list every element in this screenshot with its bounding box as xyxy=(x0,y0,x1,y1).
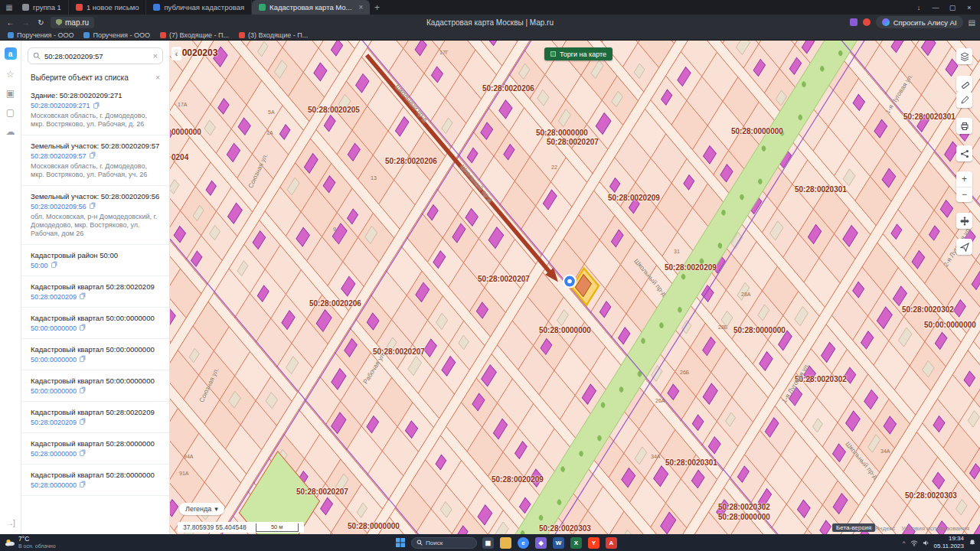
close-button[interactable]: × xyxy=(962,1,977,14)
search-result-item[interactable]: Кадастровый квартал 50:28:002020950:28:0… xyxy=(21,402,169,433)
extension-icon-2[interactable] xyxy=(863,18,871,26)
map-area[interactable]: 8:002020350:28:002020550:28:002020650:28… xyxy=(170,41,980,534)
result-code-link[interactable]: 50:00:0000000 xyxy=(31,324,160,332)
bookmark-item[interactable]: Поручения - ООО xyxy=(8,31,74,39)
bookmark-item[interactable]: (3) Входящие - П... xyxy=(239,31,308,39)
search-result-item[interactable]: Кадастровый квартал 50:00:000000050:00:0… xyxy=(21,370,169,402)
weather-widget[interactable]: 7°C В осн. облачно xyxy=(5,536,56,549)
downloads-icon[interactable]: ↓ xyxy=(911,1,926,14)
collapse-panel-button[interactable]: ‹ xyxy=(172,47,181,60)
copy-icon[interactable] xyxy=(80,419,84,425)
tray-chevron-icon[interactable]: ^ xyxy=(903,540,906,546)
search-result-item[interactable]: Земельный участок: 50:28:0020209:5650:28… xyxy=(21,186,169,245)
copy-icon[interactable] xyxy=(90,204,94,209)
bookmark-label: (7) Входящие - П... xyxy=(169,31,229,39)
taskbar-app-file-explorer[interactable] xyxy=(500,537,511,549)
taskbar-app-edge-browser[interactable]: e xyxy=(518,537,529,549)
copy-icon[interactable] xyxy=(93,103,98,109)
side-panels-icon[interactable]: ▤ xyxy=(969,18,975,27)
result-code-link[interactable]: 50:28:0020209 xyxy=(31,419,160,426)
search-result-item[interactable]: Земельный участок: 50:28:0020209:5750:28… xyxy=(21,135,169,186)
result-code-link[interactable]: 50:28:0000000 xyxy=(31,481,160,489)
start-button[interactable] xyxy=(395,537,406,548)
terms-link[interactable]: Условия использования xyxy=(901,525,969,532)
share-button[interactable] xyxy=(956,145,972,161)
pan-button[interactable] xyxy=(956,213,972,229)
maximize-button[interactable]: ▢ xyxy=(945,1,960,14)
search-result-item[interactable]: Кадастровый квартал 50:28:000000050:28:0… xyxy=(21,465,169,496)
minimize-button[interactable]: — xyxy=(928,1,943,14)
copy-icon[interactable] xyxy=(80,451,84,456)
close-results-icon[interactable]: × xyxy=(155,73,160,82)
search-result-item[interactable]: Кадастровый квартал 50:28:002020950:28:0… xyxy=(21,276,169,308)
torgi-button[interactable]: Торги на карте xyxy=(544,47,612,60)
taskbar-app-excel[interactable]: X xyxy=(570,537,582,549)
result-code-link[interactable]: 50:28:0000000 xyxy=(31,450,160,458)
copy-icon[interactable] xyxy=(90,153,94,158)
taskbar-app-word[interactable]: W xyxy=(553,537,564,549)
url-chip[interactable]: map.ru xyxy=(51,17,94,28)
browser-tab[interactable]: группа 1 xyxy=(15,0,69,15)
browser-tab[interactable]: Кадастровая карта Мо...× xyxy=(252,0,370,15)
tab-close-icon[interactable]: × xyxy=(359,3,364,11)
browser-tab[interactable]: 1 новое письмо xyxy=(69,0,147,15)
wifi-icon[interactable] xyxy=(910,540,918,546)
zoom-out-button[interactable]: − xyxy=(956,187,972,203)
volume-icon[interactable] xyxy=(923,540,929,546)
back-button[interactable]: ← xyxy=(5,18,16,27)
notifications-bell-icon[interactable] xyxy=(969,539,976,546)
copy-icon[interactable] xyxy=(80,357,84,362)
result-code-link[interactable]: 50:28:0020209:56 xyxy=(31,203,160,210)
bookmark-favicon-icon xyxy=(8,32,14,38)
search-result-item[interactable]: Кадастровый квартал 50:28:000000050:28:0… xyxy=(21,433,169,465)
print-button[interactable] xyxy=(956,118,972,134)
copy-icon[interactable] xyxy=(51,262,56,268)
search-result-item[interactable]: Кадастровый квартал 50:00:000000050:00:0… xyxy=(21,308,169,339)
search-input[interactable] xyxy=(44,52,149,60)
result-code-link[interactable]: 50:28:0020209:271 xyxy=(31,102,160,109)
copy-icon[interactable] xyxy=(80,325,84,331)
result-code-link[interactable]: 50:28:0020209:57 xyxy=(31,152,160,160)
result-code-link[interactable]: 50:00 xyxy=(31,262,160,269)
copy-icon[interactable] xyxy=(80,388,84,393)
taskbar-app-photos[interactable]: ◈ xyxy=(535,537,547,549)
search-result-item[interactable]: Здание: 50:28:0020209:27150:28:0020209:2… xyxy=(21,85,169,135)
taskbar-app-yandex-browser[interactable]: Y xyxy=(588,537,599,549)
collections-icon[interactable]: ▣ xyxy=(6,89,15,98)
taskbar-search[interactable]: Поиск xyxy=(411,537,477,549)
sidebar-logo-icon[interactable]: a xyxy=(5,47,17,60)
locate-button[interactable] xyxy=(956,239,972,255)
search-box[interactable]: × xyxy=(28,47,163,64)
layers-button[interactable] xyxy=(956,48,972,64)
browser-tab[interactable]: публичная кадастровая xyxy=(146,0,252,15)
tab-favicon-icon xyxy=(76,4,83,11)
taskbar-app-task-view[interactable]: ▦ xyxy=(482,537,494,549)
cloud-icon[interactable]: ☁ xyxy=(6,127,15,136)
measure-button[interactable] xyxy=(956,76,972,92)
legend-button[interactable]: Легенда ▾ xyxy=(179,503,224,515)
copy-icon[interactable] xyxy=(80,482,84,487)
copy-icon[interactable] xyxy=(80,294,84,299)
search-result-item[interactable]: Кадастровый район 50:0050:00 xyxy=(21,245,169,276)
clear-search-icon[interactable]: × xyxy=(153,51,158,60)
ask-alice-button[interactable]: Спросить Алису AI xyxy=(876,16,963,28)
new-tab-button[interactable]: + xyxy=(370,2,384,13)
result-code-link[interactable]: 50:00:0000000 xyxy=(31,356,160,364)
search-result-item[interactable]: Кадастровый квартал 50:00:000000050:00:0… xyxy=(21,339,169,370)
reload-button[interactable]: ↻ xyxy=(35,18,47,27)
tabs-panel-icon[interactable]: ▢ xyxy=(6,108,15,117)
zoom-in-button[interactable]: + xyxy=(956,171,972,187)
cadastral-map[interactable] xyxy=(170,41,980,534)
draw-button[interactable] xyxy=(956,92,972,108)
bookmark-item[interactable]: (7) Входящие - П... xyxy=(160,31,229,39)
result-code-link[interactable]: 50:00:0000000 xyxy=(31,387,160,395)
bookmark-item[interactable]: Поручения - ООО xyxy=(83,31,149,39)
taskbar-clock[interactable]: 19:34 05.11.2023 xyxy=(934,535,964,549)
favorites-star-icon[interactable]: ☆ xyxy=(6,70,15,79)
result-code-link[interactable]: 50:28:0020209 xyxy=(31,293,160,301)
tab-groups-icon[interactable]: ▦ xyxy=(3,3,15,11)
forward-button[interactable]: → xyxy=(20,18,31,27)
extension-icon[interactable] xyxy=(850,18,858,26)
collapse-strip-icon[interactable]: →] xyxy=(6,519,15,527)
taskbar-app-pdf-reader[interactable]: A xyxy=(606,537,617,549)
